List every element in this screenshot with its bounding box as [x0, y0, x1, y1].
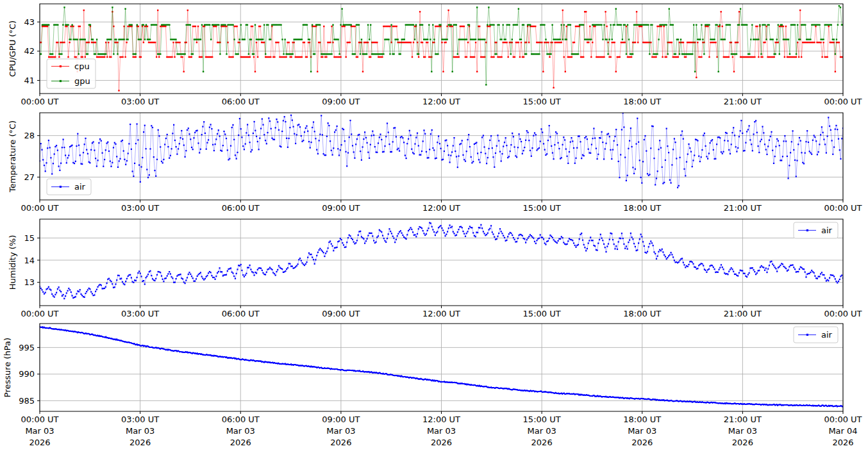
x-tick-labels-pressure: 00:00 UTMar 03202603:00 UTMar 03202606:0…: [21, 415, 862, 447]
x-tick-label: 06:00 UT: [222, 203, 260, 213]
x-tick-label: 12:00 UT: [422, 97, 460, 106]
x-tick-labels-cpu-gpu: 00:00 UT03:00 UT06:00 UT09:00 UT12:00 UT…: [21, 97, 862, 106]
tick-marks-humidity: [37, 238, 843, 308]
x-year-label: 2026: [129, 438, 151, 447]
x-tick-label: 00:00 UT: [824, 309, 862, 318]
x-tick-label: 21:00 UT: [724, 97, 762, 106]
x-tick-label: 12:00 UT: [422, 309, 460, 318]
x-date-label: Mar 03: [226, 426, 255, 436]
panel-humidity: 00:00 UT03:00 UT06:00 UT09:00 UT12:00 UT…: [8, 219, 862, 318]
x-tick-label: 12:00 UT: [422, 415, 460, 424]
x-tick-label: 21:00 UT: [724, 415, 762, 424]
x-tick-label: 09:00 UT: [322, 203, 360, 213]
x-tick-label: 18:00 UT: [623, 97, 661, 106]
y-tick-label: 42: [24, 46, 35, 56]
x-tick-label: 00:00 UT: [21, 415, 58, 424]
x-year-label: 2026: [431, 438, 452, 447]
x-tick-label: 09:00 UT: [322, 97, 360, 106]
panel-temperature: 00:00 UT03:00 UT06:00 UT09:00 UT12:00 UT…: [8, 112, 862, 213]
x-tick-label: 15:00 UT: [523, 415, 561, 424]
x-tick-label: 18:00 UT: [623, 415, 661, 424]
y-tick-label: 990: [19, 369, 35, 379]
x-tick-label: 00:00 UT: [824, 415, 862, 424]
x-tick-label: 03:00 UT: [121, 415, 159, 424]
x-year-label: 2026: [330, 438, 351, 447]
legend-label-gpu: gpu: [74, 76, 90, 86]
x-year-label: 2026: [230, 438, 251, 447]
legend-cpu-gpu: cpugpu: [47, 59, 96, 88]
y-tick-label: 27: [24, 172, 35, 182]
y-tick-label: 13: [24, 277, 35, 287]
legend-label-cpu: cpu: [74, 62, 90, 71]
x-tick-label: 21:00 UT: [724, 309, 762, 318]
legend-label-air: air: [74, 182, 86, 192]
x-date-label: Mar 03: [628, 426, 656, 436]
x-tick-label: 00:00 UT: [824, 203, 862, 213]
y-tick-label: 15: [24, 233, 35, 243]
x-date-label: Mar 03: [126, 426, 154, 436]
x-date-label: Mar 03: [427, 426, 456, 436]
x-tick-label: 15:00 UT: [523, 309, 561, 318]
x-tick-label: 06:00 UT: [222, 309, 260, 318]
x-tick-label: 18:00 UT: [623, 203, 661, 213]
y-tick-label: 985: [19, 396, 35, 406]
x-year-label: 2026: [29, 438, 50, 447]
legend-label-air: air: [821, 330, 833, 340]
panel-pressure: 00:00 UTMar 03202603:00 UTMar 03202606:0…: [3, 324, 862, 447]
x-tick-label: 09:00 UT: [322, 309, 360, 318]
x-tick-label: 03:00 UT: [121, 309, 159, 318]
x-tick-labels-temperature: 00:00 UT03:00 UT06:00 UT09:00 UT12:00 UT…: [21, 203, 862, 213]
x-date-label: Mar 03: [528, 426, 556, 436]
x-year-label: 2026: [732, 438, 753, 447]
x-tick-label: 00:00 UT: [21, 203, 58, 213]
grid-humidity: [40, 219, 843, 306]
y-tick-label: 43: [24, 17, 35, 27]
x-tick-label: 00:00 UT: [21, 309, 58, 318]
x-date-label: Mar 03: [728, 426, 757, 436]
x-tick-label: 15:00 UT: [523, 97, 561, 106]
x-tick-label: 00:00 UT: [824, 97, 862, 106]
tick-marks-cpu-gpu: [37, 22, 843, 96]
y-axis-label-cpu-gpu: CPU/GPU (°C): [8, 21, 17, 77]
x-tick-label: 18:00 UT: [623, 309, 661, 318]
y-tick-label: 14: [24, 256, 35, 265]
x-tick-label: 03:00 UT: [121, 97, 159, 106]
x-tick-label: 00:00 UT: [21, 97, 58, 106]
panel-cpu-gpu: 00:00 UT03:00 UT06:00 UT09:00 UT12:00 UT…: [8, 4, 862, 106]
x-tick-label: 03:00 UT: [121, 203, 159, 213]
x-tick-labels-humidity: 00:00 UT03:00 UT06:00 UT09:00 UT12:00 UT…: [21, 309, 862, 318]
tick-marks-pressure: [37, 347, 843, 414]
grid-pressure: [40, 324, 843, 411]
x-year-label: 2026: [631, 438, 653, 447]
weather-station-dashboard: 00:00 UT03:00 UT06:00 UT09:00 UT12:00 UT…: [0, 0, 868, 453]
y-tick-label: 41: [24, 76, 35, 85]
x-tick-label: 09:00 UT: [322, 415, 360, 424]
legend-pressure: air: [794, 327, 838, 343]
x-year-label: 2026: [531, 438, 553, 447]
x-date-label: Mar 03: [326, 426, 355, 436]
y-tick-label: 995: [19, 343, 35, 352]
grid-cpu-gpu: [40, 4, 843, 94]
x-date-label: Mar 04: [828, 426, 857, 436]
legend-label-air: air: [821, 226, 833, 235]
timeseries-chart-canvas: 00:00 UT03:00 UT06:00 UT09:00 UT12:00 UT…: [0, 0, 868, 453]
x-year-label: 2026: [832, 438, 853, 447]
x-tick-label: 06:00 UT: [222, 415, 260, 424]
y-axis-label-pressure: Pressure (hPa): [3, 338, 12, 397]
legend-temperature: air: [47, 179, 91, 195]
x-tick-label: 15:00 UT: [523, 203, 561, 213]
x-tick-label: 12:00 UT: [422, 203, 460, 213]
y-tick-label: 28: [24, 131, 35, 140]
y-axis-label-temperature: Temperature (°C): [8, 120, 17, 193]
legend-humidity: air: [794, 222, 838, 238]
x-tick-label: 06:00 UT: [222, 97, 260, 106]
x-date-label: Mar 03: [25, 426, 54, 436]
y-axis-label-humidity: Humidity (%): [8, 235, 17, 290]
x-tick-label: 21:00 UT: [724, 203, 762, 213]
